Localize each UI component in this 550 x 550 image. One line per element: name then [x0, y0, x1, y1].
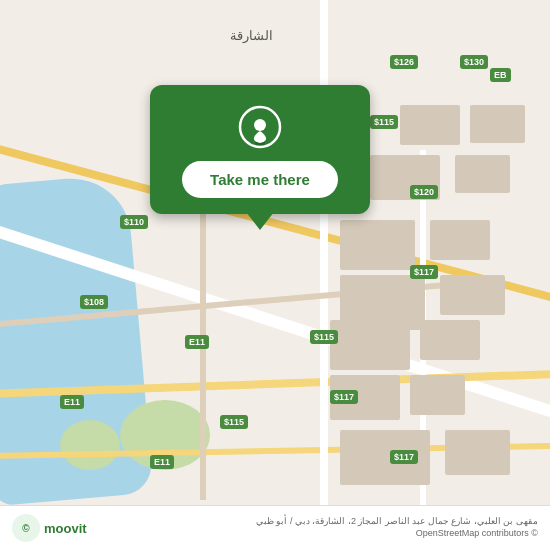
green-area-2: [60, 420, 120, 470]
road-shield-s120: $120: [410, 185, 438, 199]
road-shield-s117c: $117: [390, 450, 418, 464]
city-block: [420, 320, 480, 360]
map-pin-icon: [238, 105, 282, 149]
map-container: الشارقة $126$130$115$120$110$108$115$117…: [0, 0, 550, 550]
bottom-bar: © moovit مقهى بن العلبي، شارع جمال عبد ا…: [0, 505, 550, 550]
road-shield-s126: $126: [390, 55, 418, 69]
location-popup: Take me there: [150, 85, 370, 214]
road-vertical-3: [200, 200, 206, 500]
city-block: [455, 155, 510, 193]
road-shield-s110: $110: [120, 215, 148, 229]
svg-point-1: [254, 119, 266, 131]
map-attribution: مقهى بن العلبي، شارع جمال عبد الناصر الم…: [256, 516, 538, 539]
road-vertical-1: [320, 0, 328, 550]
osm-attribution: © OpenStreetMap contributors: [256, 528, 538, 540]
arabic-location-text: مقهى بن العلبي، شارع جمال عبد الناصر الم…: [256, 516, 538, 528]
road-shield-s130: $130: [460, 55, 488, 69]
road-shield-eb: EB: [490, 68, 511, 82]
copyright-icon: ©: [22, 523, 29, 534]
city-block: [340, 220, 415, 270]
road-shield-s115a: $115: [370, 115, 398, 129]
city-block: [410, 375, 465, 415]
road-shield-s115c: $115: [220, 415, 248, 429]
city-block: [400, 105, 460, 145]
city-block: [430, 220, 490, 260]
road-shield-e11b: E11: [60, 395, 84, 409]
take-me-there-button[interactable]: Take me there: [182, 161, 338, 198]
road-shield-s117b: $117: [330, 390, 358, 404]
popup-inner: Take me there: [150, 85, 370, 214]
road-shield-e11a: E11: [185, 335, 209, 349]
road-shield-s117a: $117: [410, 265, 438, 279]
road-shield-s108: $108: [80, 295, 108, 309]
city-block: [440, 275, 505, 315]
moovit-circle-icon: ©: [12, 514, 40, 542]
road-shield-e11c: E11: [150, 455, 174, 469]
moovit-logo: © moovit: [12, 514, 87, 542]
city-block: [470, 105, 525, 143]
road-shield-s115b: $115: [310, 330, 338, 344]
city-label: الشارقة: [230, 28, 273, 43]
moovit-brand-text: moovit: [44, 521, 87, 536]
city-block: [445, 430, 510, 475]
city-block: [340, 275, 425, 330]
